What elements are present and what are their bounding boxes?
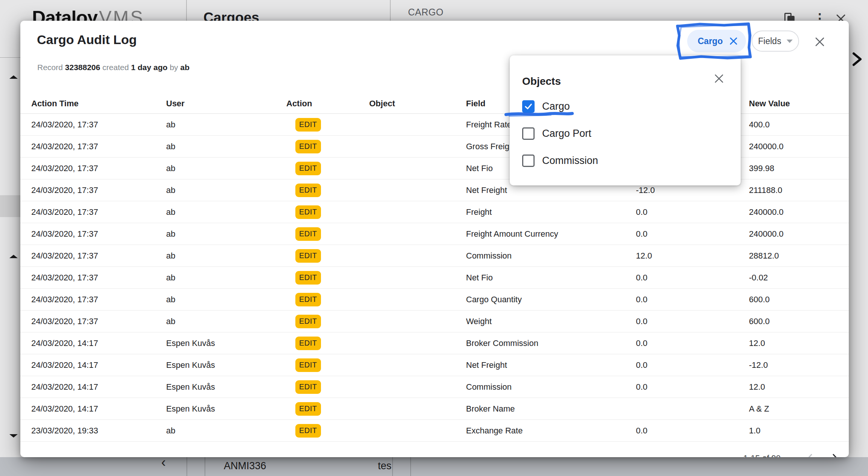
cell-action: EDIT	[286, 315, 369, 328]
modal-close-button[interactable]	[813, 35, 827, 49]
cell-new-value: -0.02	[749, 273, 849, 283]
action-badge: EDIT	[295, 271, 321, 285]
cell-field: Commission	[466, 251, 636, 261]
cell-old-value: 0.0	[636, 360, 749, 370]
table-row: 24/03/2020, 17:37abEDITCommission12.0288…	[20, 245, 849, 267]
table-row: 24/03/2020, 17:37abEDITWeight0.0600.0	[20, 311, 849, 332]
next-page-icon[interactable]	[830, 453, 841, 457]
cell-action: EDIT	[286, 118, 369, 132]
cell-user: ab	[166, 251, 286, 261]
cell-action-time: 24/03/2020, 17:37	[31, 317, 166, 326]
cell-action-time: 24/03/2020, 17:37	[31, 164, 166, 173]
cell-action: EDIT	[286, 380, 369, 394]
table-row: 24/03/2020, 17:37abEDITFreight Amount Cu…	[20, 223, 849, 245]
objects-popup-close-button[interactable]	[712, 72, 725, 85]
cell-user: ab	[166, 164, 286, 173]
cell-user: Espen Kuvås	[166, 360, 286, 370]
close-icon	[714, 73, 724, 84]
cell-action: EDIT	[286, 337, 369, 350]
option-label: Commission	[542, 155, 598, 167]
created-by: ab	[180, 63, 189, 72]
by-label: by	[170, 63, 178, 72]
cell-action-time: 24/03/2020, 14:17	[31, 338, 166, 348]
action-badge: EDIT	[295, 205, 321, 219]
cell-action: EDIT	[286, 293, 369, 306]
cell-new-value: 240000.0	[749, 229, 849, 239]
object-option-cargo[interactable]: Cargo	[510, 93, 741, 120]
action-badge: EDIT	[295, 337, 321, 350]
cell-user: ab	[166, 295, 286, 305]
cell-user: ab	[166, 120, 286, 130]
cell-user: Espen Kuvås	[166, 382, 286, 392]
objects-filter-popup: Objects CargoCargo PortCommission	[510, 55, 741, 185]
cell-action-time: 23/03/2020, 19:33	[31, 426, 166, 436]
table-row: 24/03/2020, 17:37abEDITNet Fio0.0-0.02	[20, 267, 849, 289]
column-header: User	[166, 99, 286, 109]
cell-action-time: 24/03/2020, 14:17	[31, 382, 166, 392]
cell-old-value: 0.0	[636, 317, 749, 326]
column-header: Action	[286, 99, 369, 109]
cell-new-value: 600.0	[749, 295, 849, 305]
cell-action-time: 24/03/2020, 14:17	[31, 360, 166, 370]
chip-remove-icon[interactable]	[729, 37, 738, 45]
cell-field: Broker Name	[466, 404, 636, 414]
column-header: Object	[369, 99, 466, 109]
table-row: 24/03/2020, 14:17Espen KuvåsEDITNet Frei…	[20, 354, 849, 376]
cell-old-value: 12.0	[636, 251, 749, 261]
cell-old-value: 0.0	[636, 229, 749, 239]
cell-field: Net Fio	[466, 273, 636, 283]
checkbox-unchecked-icon[interactable]	[522, 127, 535, 140]
cell-action: EDIT	[286, 402, 369, 416]
action-badge: EDIT	[295, 402, 321, 416]
cell-user: ab	[166, 185, 286, 195]
cell-user: ab	[166, 207, 286, 217]
cell-action: EDIT	[286, 424, 369, 438]
cell-new-value: -12.0	[749, 360, 849, 370]
column-header: New Value	[749, 99, 849, 109]
object-option-commission[interactable]: Commission	[510, 147, 741, 174]
cell-old-value: 0.0	[636, 426, 749, 436]
cell-new-value: 240000.0	[749, 207, 849, 217]
cell-user: Espen Kuvås	[166, 338, 286, 348]
cell-action-time: 24/03/2020, 17:37	[31, 120, 166, 130]
record-id: 32388206	[65, 63, 100, 72]
checkbox-unchecked-icon[interactable]	[522, 155, 535, 167]
cell-action-time: 24/03/2020, 17:37	[31, 142, 166, 152]
cell-action: EDIT	[286, 249, 369, 263]
table-row: 24/03/2020, 14:17Espen KuvåsEDITBroker N…	[20, 398, 849, 420]
cell-action: EDIT	[286, 227, 369, 241]
cell-user: ab	[166, 317, 286, 326]
cell-new-value: 399.98	[749, 164, 849, 173]
object-filter-chip[interactable]: Cargo	[687, 30, 746, 52]
option-label: Cargo	[542, 101, 570, 112]
column-header: Action Time	[31, 99, 166, 109]
action-badge: EDIT	[295, 424, 321, 438]
cell-new-value: 12.0	[749, 338, 849, 348]
fields-dropdown-button[interactable]: Fields	[752, 31, 799, 52]
previous-page-icon[interactable]	[804, 453, 815, 457]
checkbox-checked-icon[interactable]	[522, 100, 535, 113]
cell-new-value: A & Z	[749, 404, 849, 414]
record-summary: Record 32388206 created 1 day ago by ab	[37, 63, 189, 72]
cell-new-value: 600.0	[749, 317, 849, 326]
cell-field: Net Freight	[466, 185, 636, 195]
cell-old-value: 0.0	[636, 338, 749, 348]
action-badge: EDIT	[295, 249, 321, 263]
cell-action-time: 24/03/2020, 17:37	[31, 207, 166, 217]
cell-field: Freight	[466, 207, 636, 217]
table-row: 24/03/2020, 14:17Espen KuvåsEDITBroker C…	[20, 332, 849, 354]
cell-action-time: 24/03/2020, 17:37	[31, 295, 166, 305]
action-badge: EDIT	[295, 315, 321, 328]
object-option-cargo-port[interactable]: Cargo Port	[510, 120, 741, 147]
action-badge: EDIT	[295, 162, 321, 175]
pagination-range-label: 1-15 of 90	[743, 453, 781, 457]
cell-old-value: 0.0	[636, 207, 749, 217]
cell-new-value: 1.0	[749, 426, 849, 436]
cell-old-value: 0.0	[636, 382, 749, 392]
objects-popup-title: Objects	[522, 75, 561, 87]
cell-action: EDIT	[286, 358, 369, 372]
cell-field: Exchange Rate	[466, 426, 636, 436]
chevron-down-icon	[787, 40, 793, 43]
cell-old-value: 0.0	[636, 295, 749, 305]
cell-action-time: 24/03/2020, 17:37	[31, 229, 166, 239]
